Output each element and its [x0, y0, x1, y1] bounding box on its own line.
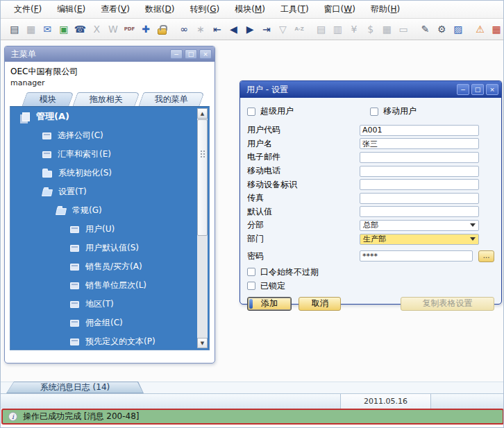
- department-select[interactable]: 生产部: [360, 234, 479, 245]
- user-name-input[interactable]: [360, 138, 479, 149]
- query-manager-icon[interactable]: ▨: [450, 21, 467, 37]
- export-pdf-icon[interactable]: PDF: [121, 21, 138, 37]
- next-record-icon[interactable]: ▶: [242, 21, 258, 37]
- document-journal-icon: ▥: [330, 21, 346, 37]
- user-code-input[interactable]: [360, 125, 479, 136]
- password-input[interactable]: [360, 250, 473, 262]
- tree-item-commission-groups[interactable]: 佣金组(C): [10, 314, 209, 332]
- add-button[interactable]: 添加: [247, 297, 292, 311]
- tree-item-sales-employees-buyers[interactable]: 销售员/买方(A): [10, 257, 209, 276]
- field-label: 默认值: [247, 206, 360, 218]
- form-settings-icon[interactable]: ⚙: [433, 21, 450, 37]
- password-browse-button[interactable]: ...: [478, 250, 494, 262]
- checkbox-label: 口令始终不过期: [260, 266, 319, 278]
- email-input[interactable]: [360, 152, 479, 163]
- tree-item-sales-unit-hierarchies[interactable]: 销售单位层次(L): [10, 276, 209, 295]
- menu-goto[interactable]: 转到(G): [182, 1, 227, 18]
- send-fax-icon[interactable]: ☎: [72, 21, 89, 37]
- main-menu-maximize-button[interactable]: □: [185, 49, 197, 59]
- tree-item-exchange-rates-indexes[interactable]: 汇率和索引(E): [10, 145, 209, 164]
- tab-my-menu[interactable]: 我的菜单: [138, 92, 204, 106]
- menu-tools[interactable]: 工具(T): [273, 1, 317, 18]
- main-menu-window-controls: −□×: [170, 49, 212, 59]
- tree-item-label: 销售员/买方(A): [85, 261, 142, 273]
- last-record-icon[interactable]: ⇥: [258, 21, 275, 37]
- menu-help[interactable]: 帮助(H): [363, 1, 408, 18]
- icon-glyph: ▣: [59, 24, 68, 34]
- scroll-down-icon[interactable]: ▼: [197, 338, 208, 348]
- menu-data[interactable]: 数据(D): [137, 1, 183, 18]
- icon-glyph: ⚙: [437, 24, 446, 34]
- tree-scrollbar[interactable]: ▲ ▼: [197, 108, 208, 348]
- branch-select[interactable]: 总部: [360, 220, 479, 231]
- main-menu-close-button[interactable]: ×: [199, 49, 212, 59]
- tree-item-setup[interactable]: 设置(T): [10, 182, 209, 201]
- tree-item-users[interactable]: 用户(U): [10, 220, 209, 239]
- password-label: 密码: [247, 250, 360, 262]
- form-icon: [70, 264, 79, 271]
- menu-window[interactable]: 窗口(W): [317, 1, 363, 18]
- layout-designer-icon[interactable]: ✚: [137, 21, 154, 37]
- checkbox-locked-box[interactable]: [247, 282, 255, 290]
- tree-item-user-defaults[interactable]: 用户默认值(S): [10, 239, 209, 257]
- tab-label: 我的菜单: [155, 94, 188, 105]
- tree-item-predefined-text[interactable]: 预先定义的文本(P): [10, 332, 209, 350]
- system-message-log-tab-label[interactable]: 系统消息日志 (14): [7, 382, 143, 393]
- tree-item-label: 预先定义的文本(P): [85, 336, 156, 348]
- send-email-icon[interactable]: ✉: [39, 21, 56, 37]
- cancel-button[interactable]: 取消: [299, 297, 341, 311]
- icon-glyph: ⚠: [476, 24, 485, 34]
- checkbox-mobile-user-box[interactable]: [370, 108, 378, 116]
- edit-pencil-icon[interactable]: ✎: [417, 21, 434, 37]
- dialog-maximize-button[interactable]: □: [471, 84, 484, 95]
- tree-item-choose-company[interactable]: 选择公司(C): [10, 126, 209, 145]
- tree-item-system-initialization[interactable]: 系统初始化(S): [10, 164, 209, 182]
- checkbox-password-never-expires-box[interactable]: [247, 268, 255, 276]
- menu-modules[interactable]: 模块(M): [227, 1, 273, 18]
- tree-item-label: 汇率和索引(E): [58, 148, 111, 160]
- scrollbar-thumb[interactable]: [197, 119, 208, 236]
- tree-item-territories[interactable]: 地区(T): [10, 295, 209, 314]
- main-menu-minimize-button[interactable]: −: [170, 49, 183, 59]
- first-record-icon[interactable]: ⇤: [209, 21, 226, 37]
- menu-file[interactable]: 文件(F): [6, 1, 49, 18]
- icon-glyph: ◀: [230, 24, 237, 34]
- tab-label: 拖放相关: [90, 94, 123, 105]
- alerts-warning-icon[interactable]: ⚠: [472, 21, 489, 37]
- tree-item-general[interactable]: 常规(G): [10, 201, 209, 220]
- accelerator-key: G: [210, 4, 216, 14]
- form-icon: [70, 282, 79, 289]
- dialog-minimize-button[interactable]: −: [457, 84, 469, 95]
- system-message-log-tab[interactable]: 系统消息日志 (14): [6, 382, 144, 393]
- filter-table-icon: ▽: [275, 21, 292, 37]
- scroll-up-icon[interactable]: ▲: [197, 108, 208, 119]
- mobile-phone-input[interactable]: [360, 166, 479, 177]
- tree-item-label: 系统初始化(S): [58, 167, 112, 179]
- print-preview-icon[interactable]: ▤: [6, 21, 23, 37]
- mobile-device-id-input[interactable]: [360, 179, 479, 190]
- defaults-input[interactable]: [360, 206, 479, 217]
- find-icon[interactable]: ∞: [176, 21, 193, 37]
- user-setup-dialog: 用户 - 设置 −□× 超级用户移动用户 用户代码用户名电子邮件移动电话移动设备…: [240, 80, 502, 305]
- calendar-icon[interactable]: ▦: [488, 21, 504, 37]
- option-checkboxes: 口令始终不过期已锁定: [247, 266, 494, 292]
- tab-label: 模块: [40, 94, 56, 105]
- tab-drag-and-relate[interactable]: 拖放相关: [72, 92, 140, 106]
- user-fields: 用户代码用户名电子邮件移动电话移动设备标识传真默认值分部总部部门生产部: [247, 123, 494, 246]
- tree-header-administration[interactable]: 管理(A): [10, 107, 209, 126]
- dialog-close-button[interactable]: ×: [486, 84, 498, 95]
- select-value: 生产部: [363, 234, 386, 244]
- fax-input[interactable]: [360, 193, 479, 204]
- field-label: 用户名: [247, 138, 360, 150]
- folder-open-icon: [56, 208, 67, 215]
- tab-modules[interactable]: 模块: [22, 92, 74, 106]
- send-sms-icon[interactable]: ▣: [56, 21, 72, 37]
- lock-screen-icon[interactable]: [154, 21, 171, 37]
- form-icon: [70, 320, 79, 327]
- menu-bar: 文件(F)编辑(E)查看(V)数据(D)转到(G)模块(M)工具(T)窗口(W)…: [1, 1, 504, 19]
- menu-view[interactable]: 查看(V): [93, 1, 137, 18]
- checkbox-super-user-box[interactable]: [247, 108, 255, 116]
- menu-edit[interactable]: 编辑(E): [49, 1, 93, 18]
- main-menu-window: 主菜单 −□× OEC中国有限公司 manager 模块拖放相关我的菜单 管理(…: [4, 46, 215, 363]
- previous-record-icon[interactable]: ◀: [226, 21, 242, 37]
